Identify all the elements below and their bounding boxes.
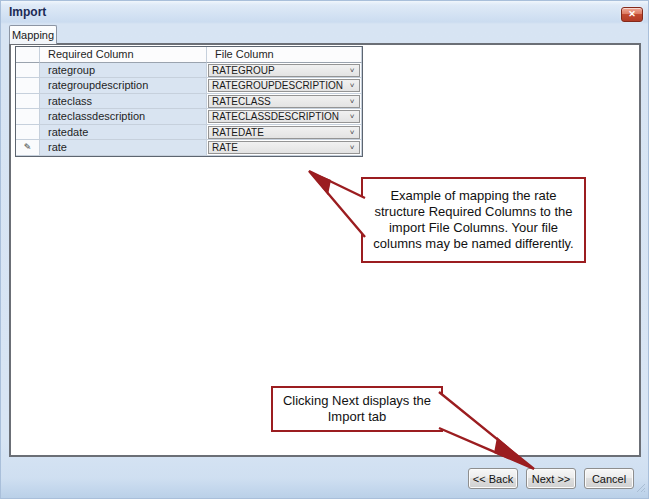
window-title: Import [9,5,46,19]
row-selector-cell [16,125,40,141]
file-column-dropdown[interactable]: RATECLASS˅ [208,95,360,108]
chevron-down-icon: ˅ [345,142,359,153]
next-button[interactable]: Next >> [526,468,576,489]
required-column-cell: rateclassdescription [40,109,207,125]
chevron-down-icon: ˅ [345,65,359,76]
dropdown-value: RATECLASS [212,96,271,107]
file-column-dropdown[interactable]: RATEDATE˅ [208,126,360,139]
table-row: RATEGROUPDESCRIPTION˅ [207,78,362,94]
header-file-column: File Column [207,47,362,63]
row-selector-cell [16,63,40,79]
row-selector-cell [16,78,40,94]
callout-next-note: Clicking Next displays the Import tab [271,386,443,432]
tab-mapping[interactable]: Mapping [9,25,57,44]
chevron-down-icon: ˅ [345,96,359,107]
header-selector-cell [16,47,40,63]
file-column-dropdown[interactable]: RATECLASSDESCRIPTION˅ [208,110,360,123]
chevron-down-icon: ˅ [345,111,359,122]
file-column-dropdown[interactable]: RATE˅ [208,141,360,154]
import-dialog: Import ✕ Mapping Required Column File Co… [0,0,649,499]
row-selector-cell [16,109,40,125]
required-column-cell: rategroupdescription [40,78,207,94]
dropdown-value: RATEGROUPDESCRIPTION [212,80,343,91]
row-selector-cell [16,94,40,110]
chevron-down-icon: ˅ [345,127,359,138]
callout-mapping-note: Example of mapping the rate structure Re… [361,177,586,263]
back-button[interactable]: << Back [468,468,518,489]
callout-text: Example of mapping the rate structure Re… [368,188,579,252]
footer-button-row: << Back Next >> Cancel [468,468,634,489]
file-column-dropdown[interactable]: RATEGROUP˅ [208,64,360,77]
chevron-down-icon: ˅ [345,80,359,91]
header-required-column: Required Column [40,47,207,63]
close-icon: ✕ [628,9,636,19]
table-row: RATEDATE˅ [207,125,362,141]
edit-pencil-icon: ✎ [24,142,32,152]
callout-text: Clicking Next displays the Import tab [278,393,436,425]
resize-grip-icon[interactable] [634,481,646,493]
titlebar: Import ✕ [1,1,648,23]
table-row: RATECLASSDESCRIPTION˅ [207,109,362,125]
table-row: RATECLASS˅ [207,94,362,110]
mapping-table: Required Column File Column rategroup RA… [15,46,363,157]
dropdown-value: RATEGROUP [212,65,275,76]
required-column-cell: rateclass [40,94,207,110]
dropdown-value: RATECLASSDESCRIPTION [212,111,339,122]
required-column-cell: ratedate [40,125,207,141]
required-column-cell: rate [40,140,207,156]
file-column-dropdown[interactable]: RATEGROUPDESCRIPTION˅ [208,79,360,92]
dropdown-value: RATEDATE [212,127,264,138]
row-selector-cell: ✎ [16,140,40,156]
table-row: RATEGROUP˅ [207,63,362,79]
cancel-button[interactable]: Cancel [584,468,634,489]
table-row: RATE˅ [207,140,362,156]
dropdown-value: RATE [212,142,238,153]
required-column-cell: rategroup [40,63,207,79]
close-button[interactable]: ✕ [621,7,643,22]
